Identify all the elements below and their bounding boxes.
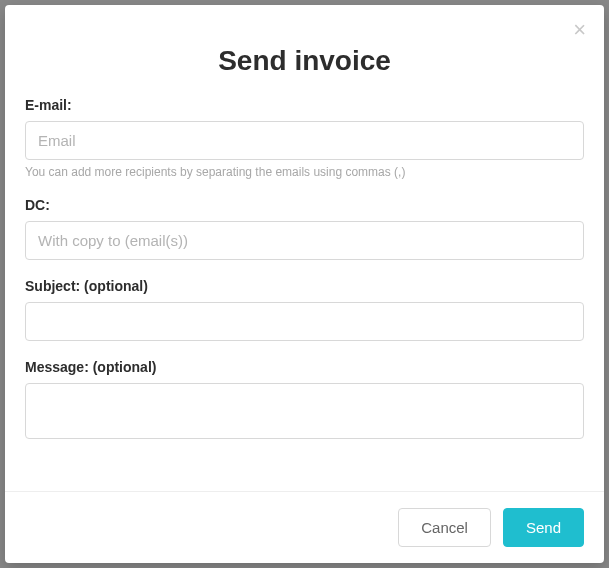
send-invoice-modal: × Send invoice E-mail: You can add more …	[5, 5, 604, 563]
modal-footer: Cancel Send	[5, 491, 604, 563]
email-input[interactable]	[25, 121, 584, 160]
message-textarea[interactable]	[25, 383, 584, 439]
subject-group: Subject: (optional)	[25, 278, 584, 341]
dc-group: DC:	[25, 197, 584, 260]
send-button[interactable]: Send	[503, 508, 584, 547]
message-label: Message: (optional)	[25, 359, 584, 375]
email-label: E-mail:	[25, 97, 584, 113]
cancel-button[interactable]: Cancel	[398, 508, 491, 547]
message-group: Message: (optional)	[25, 359, 584, 443]
modal-header: × Send invoice	[5, 5, 604, 87]
close-icon: ×	[573, 17, 586, 42]
modal-body: E-mail: You can add more recipients by s…	[5, 87, 604, 491]
email-group: E-mail: You can add more recipients by s…	[25, 97, 584, 179]
close-button[interactable]: ×	[573, 19, 586, 41]
email-help-text: You can add more recipients by separatin…	[25, 165, 584, 179]
dc-label: DC:	[25, 197, 584, 213]
dc-input[interactable]	[25, 221, 584, 260]
subject-label: Subject: (optional)	[25, 278, 584, 294]
subject-input[interactable]	[25, 302, 584, 341]
modal-title: Send invoice	[25, 45, 584, 77]
